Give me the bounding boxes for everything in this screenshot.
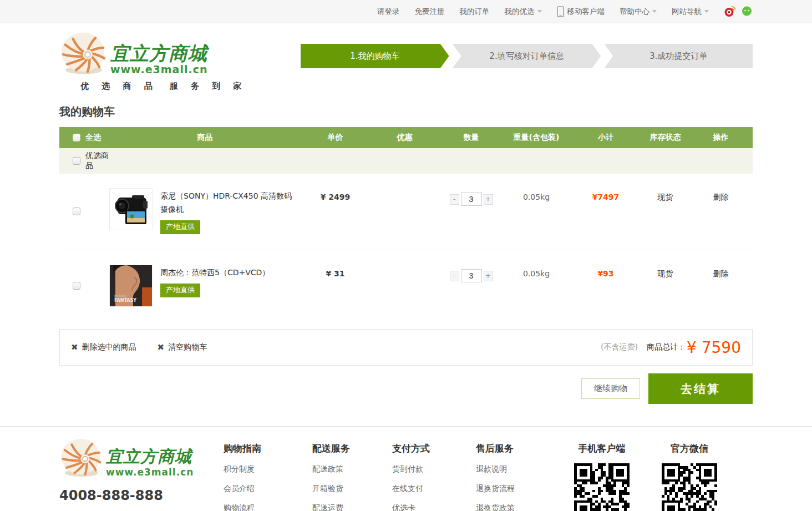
site-tagline: 优 选 商 品服 务 到 家 [80,81,246,92]
site-nav-menu[interactable]: 网站导航 [672,7,709,17]
group-checkbox[interactable] [73,157,80,165]
footer-column-title: 配送服务 [312,442,392,455]
x-icon: ✖ [71,342,78,352]
unit-price: ¥ 2499 [321,193,351,201]
svg-text:JAY CHOU: JAY CHOU [114,295,126,297]
wechat-icon[interactable] [741,6,753,17]
stock-status: 现货 [658,193,673,201]
footer: 宜立方商城 www.e3mall.cn 4008-888-888 周一至周日 8… [0,426,812,511]
increase-quantity-button[interactable]: + [484,194,493,205]
origin-direct-badge: 产地直供 [160,220,200,234]
item-weight: 0.05kg [503,188,570,234]
chevron-down-icon [652,10,657,13]
clear-cart-link[interactable]: ✖ 清空购物车 [158,342,207,352]
footer-link[interactable]: 退换货政策 [476,503,574,511]
logo[interactable]: 宜立方商城 www.e3mall.cn 优 选 商 品服 务 到 家 [59,30,246,92]
product-image-camcorder[interactable] [109,188,153,230]
column-subtotal: 小计 [570,133,642,143]
clear-cart-label: 清空购物车 [168,342,207,352]
weibo-icon[interactable] [724,6,735,17]
checkout-button[interactable]: 去结算 [648,373,753,404]
footer-column-payment: 支付方式 货到付款 在线支付 优选卡 发票制度 [392,437,476,511]
step-confirm-order: 2.填写核对订单信息 [453,44,601,68]
increase-quantity-button[interactable]: + [484,271,493,281]
footer-column-title: 购物指南 [224,442,312,455]
column-discount: 优惠 [370,133,439,143]
product-title[interactable]: 索尼（SONY）HDR-CX450 高清数码摄像机 [160,188,299,216]
help-center-menu[interactable]: 帮助中心 [620,7,657,17]
freight-note: (不含运费) [601,342,638,352]
mobile-client-link[interactable]: 移动客户端 [557,6,605,17]
quantity-input[interactable] [461,193,482,206]
site-url: www.e3mall.cn [106,467,194,478]
site-header: 宜立方商城 www.e3mall.cn 优 选 商 品服 务 到 家 1.我的购… [59,23,753,93]
x-icon: ✖ [158,342,165,352]
discount-cell [370,188,439,234]
site-title: 宜立方商城 [110,43,207,63]
top-utility-bar: 请登录 免费注册 我的订单 我的优选 移动客户端 帮助中心 网站导航 [0,0,812,23]
column-quantity: 数量 [439,133,503,143]
cart-group-row: 优选商品 [59,148,753,174]
footer-link[interactable]: 优选卡 [392,503,476,511]
site-url: www.e3mall.cn [110,63,207,75]
unit-price: ¥ 31 [326,269,344,278]
delete-selected-link[interactable]: ✖ 删除选中的商品 [71,342,136,352]
footer-link[interactable]: 退换货流程 [476,484,574,494]
item-checkbox[interactable] [73,208,80,215]
item-subtotal: ¥93 [597,269,613,278]
column-product: 商品 [109,133,301,143]
footer-column-after-sales: 售后服务 退款说明 退换货流程 退换货政策 隐私条款 [476,437,574,511]
continue-shopping-button[interactable]: 继续购物 [581,378,640,399]
chevron-down-icon [537,10,542,13]
site-title: 宜立方商城 [106,447,194,467]
qr-code [574,463,630,511]
footer-link[interactable]: 在线支付 [392,484,476,494]
footer-column-title: 售后服务 [476,442,574,455]
footer-link[interactable]: 会员介绍 [224,484,312,494]
select-all-checkbox[interactable] [73,134,80,141]
column-weight: 重量(含包装) [503,133,570,143]
step-cart: 1.我的购物车 [301,44,449,68]
total-value: ¥ 7590 [687,338,741,357]
stock-status: 现货 [658,269,673,278]
decrease-quantity-button[interactable]: - [450,271,459,281]
page-title: 我的购物车 [59,104,753,119]
footer-logo[interactable]: 宜立方商城 www.e3mall.cn [59,437,224,479]
footer-link[interactable]: 开箱验货 [312,484,392,494]
cart-item-row: FANTASY JAY CHOU 周杰伦：范特西5（CD+VCD） 产地直供 ¥… [59,250,753,322]
footer-link[interactable]: 货到付款 [392,464,476,474]
cart-item-row: 索尼（SONY）HDR-CX450 高清数码摄像机 产地直供 ¥ 2499 - … [59,174,753,250]
shell-logo-image [59,437,104,479]
login-link[interactable]: 请登录 [377,7,400,17]
quantity-input[interactable] [461,269,482,282]
qr-title: 官方微信 [662,442,717,455]
item-weight: 0.05kg [503,265,570,307]
footer-brand: 宜立方商城 www.e3mall.cn 4008-888-888 周一至周日 8… [59,437,224,511]
footer-qr-app: 手机客户端 [574,437,630,511]
delete-item-link[interactable]: 删除 [713,193,729,201]
decrease-quantity-button[interactable]: - [450,194,459,205]
select-all-label: 全选 [85,133,101,143]
product-title[interactable]: 周杰伦：范特西5（CD+VCD） [160,265,270,279]
total-label: 商品总计： [647,342,686,352]
cart-table: 全选 商品 单价 优惠 数量 重量(含包装) 小计 库存状态 操作 优选商品 [59,127,753,322]
register-link[interactable]: 免费注册 [415,7,445,17]
cart-actions: 继续购物 去结算 [59,373,753,404]
item-checkbox[interactable] [73,282,80,290]
footer-link[interactable]: 退款说明 [476,464,574,474]
origin-direct-badge: 产地直供 [160,284,200,297]
my-orders-link[interactable]: 我的订单 [460,7,490,17]
footer-link[interactable]: 购物流程 [224,503,312,511]
site-nav-label: 网站导航 [672,7,702,17]
product-image-album[interactable]: FANTASY JAY CHOU [109,265,153,307]
delete-item-link[interactable]: 删除 [713,269,729,278]
footer-column-shopping-guide: 购物指南 积分制度 会员介绍 购物流程 常见问题 [224,437,312,511]
column-unit-price: 单价 [301,133,370,143]
footer-link[interactable]: 配送政策 [312,464,392,474]
column-stock-status: 库存状态 [642,133,689,143]
footer-link[interactable]: 积分制度 [224,464,312,474]
footer-link[interactable]: 配送运费 [312,503,392,511]
qr-code [662,463,717,511]
my-select-menu[interactable]: 我的优选 [505,7,542,17]
group-label: 优选商品 [85,151,109,171]
